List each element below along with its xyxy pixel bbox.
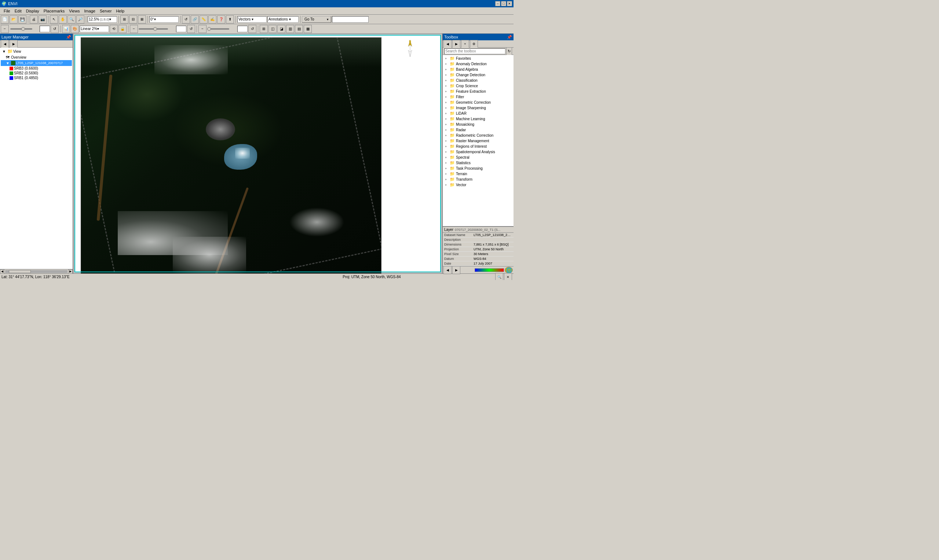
tool-transform[interactable]: + 📁 Transform [444, 177, 513, 182]
scroll-right[interactable]: ▶ [68, 269, 72, 274]
tool-radar[interactable]: + 📁 Radar [444, 127, 513, 133]
band-srb3[interactable]: SRB3 (0.6600) [1, 66, 72, 71]
refresh-button[interactable]: ↺ [182, 15, 190, 23]
toolbox-new[interactable]: + [461, 40, 469, 48]
tool-task-processing[interactable]: + 📁 Task Processing [444, 166, 513, 171]
tool-spectral[interactable]: + 📁 Spectral [444, 155, 513, 160]
zoom-out-tool[interactable]: 🔎 [76, 15, 84, 23]
toolbox-pin[interactable]: 📌 [507, 35, 512, 40]
toolbox-collapse[interactable]: ◀ [444, 40, 452, 48]
globe-icon-btn[interactable]: 🌐 [505, 267, 513, 274]
zoom-in-tool[interactable]: 🔍 [68, 15, 76, 23]
zoom-combo[interactable]: 12.5% (1:8.0) ▾ [88, 16, 117, 23]
tool-band-algebra[interactable]: + 📁 Band Algebra [444, 67, 513, 72]
minimize-button[interactable]: – [495, 1, 500, 6]
display-mode-6[interactable]: ▦ [304, 25, 312, 33]
tool-terrain[interactable]: + 📁 Terrain [444, 171, 513, 177]
rotation-combo[interactable]: 0° ▾ [149, 16, 179, 23]
histogram-btn[interactable]: 📊 [62, 25, 70, 33]
menu-image[interactable]: Image [82, 8, 97, 14]
maximize-button[interactable]: □ [501, 1, 506, 6]
tool-favorites[interactable]: + 📁 Favorites [444, 56, 513, 61]
status-close-btn[interactable]: ✕ [504, 273, 512, 280]
goto-button[interactable]: Go To ▾ [302, 16, 331, 23]
export-button[interactable]: ⬆ [226, 15, 234, 23]
lock-stretch-btn[interactable]: 🔒 [119, 25, 126, 33]
zoom-layer[interactable]: ⊟ [129, 15, 137, 23]
transparency-slider[interactable] [207, 28, 237, 30]
menu-edit[interactable]: Edit [12, 8, 24, 14]
close-button[interactable]: ✕ [507, 1, 512, 6]
tool-crop-science[interactable]: + 📁 Crop Science [444, 83, 513, 89]
contrast-slider[interactable] [139, 28, 175, 30]
annotation-button[interactable]: ✍ [208, 15, 216, 23]
tool-geometric[interactable]: + 📁 Geometric Correction [444, 100, 513, 105]
toolbox-search-refresh[interactable]: ↻ [506, 47, 512, 55]
display-mode-1[interactable]: ⊞ [260, 25, 268, 33]
menu-views[interactable]: Views [67, 8, 82, 14]
tool-raster-mgmt[interactable]: + 📁 Raster Management [444, 138, 513, 144]
layer-manager-pin[interactable]: 📌 [66, 35, 71, 40]
zoom-full[interactable]: ⊠ [138, 15, 146, 23]
goto-input[interactable] [332, 16, 369, 23]
transparency-refresh[interactable]: ↺ [248, 25, 256, 33]
band-srb1[interactable]: SRB1 (0.4850) [1, 75, 72, 80]
contrast-refresh[interactable]: ↺ [187, 25, 195, 33]
brightness-slider[interactable] [9, 28, 39, 30]
display-mode-5[interactable]: ▤ [295, 25, 303, 33]
tool-spatiotemporal[interactable]: + 📁 Spatiotemporal Analysis [444, 149, 513, 155]
tool-radiometric[interactable]: + 📁 Radiometric Correction [444, 133, 513, 138]
brightness-refresh[interactable]: ↺ [51, 25, 59, 33]
minus-transparency[interactable]: − [199, 25, 207, 33]
display-mode-3[interactable]: ◪ [277, 25, 285, 33]
tool-vector[interactable]: + 📁 Vector [444, 182, 513, 188]
tool-roi[interactable]: + 📁 Regions of Interest [444, 144, 513, 149]
tool-image-sharpening[interactable]: + 📁 Image Sharpening [444, 105, 513, 111]
zoom-extent[interactable]: ⊞ [120, 15, 128, 23]
scroll-thumb[interactable] [9, 270, 31, 273]
screenshot-button[interactable]: 📷 [39, 15, 46, 23]
minus-contrast[interactable]: − [130, 25, 138, 33]
layer-scrollbar-h[interactable]: ◀ ▶ [0, 269, 72, 274]
toolbox-settings[interactable]: ⚙ [470, 40, 478, 48]
tool-mosaicking[interactable]: + 📁 Mosaicking [444, 122, 513, 127]
color-balance-btn[interactable]: 🎨 [71, 25, 79, 33]
layer-view-folder[interactable]: ▼ 📁 View [1, 48, 72, 54]
tool-statistics[interactable]: + 📁 Statistics [444, 160, 513, 166]
pan-tool[interactable]: ✋ [59, 15, 67, 23]
menu-display[interactable]: Display [24, 8, 42, 14]
auto-stretch-btn[interactable]: ⟲ [109, 25, 118, 33]
tool-classification[interactable]: + 📁 Classification [444, 78, 513, 83]
toolbox-expand[interactable]: ▶ [452, 40, 460, 48]
layer-expand-all[interactable]: ▶ [9, 40, 18, 48]
layer-overview[interactable]: 🗺 Overview [1, 54, 72, 60]
transparency-input[interactable]: 0 [237, 26, 248, 32]
minus-brightness[interactable]: − [1, 25, 9, 33]
save-button[interactable]: 💾 [19, 15, 26, 23]
new-button[interactable]: 📄 [1, 15, 9, 23]
pointer-tool[interactable]: ↖ [50, 15, 58, 23]
annotations-combo[interactable]: Annotations ▾ [267, 16, 299, 23]
menu-placemarks[interactable]: Placemarks [42, 8, 67, 14]
toolbox-bottom-btn2[interactable]: ▶ [452, 266, 460, 274]
contrast-input[interactable]: 10 [176, 26, 187, 32]
menu-help[interactable]: Help [114, 8, 126, 14]
link-button[interactable]: 🔗 [191, 15, 199, 23]
tool-feature-extraction[interactable]: + 📁 Feature Extraction [444, 89, 513, 94]
layer-collapse-all[interactable]: ◀ [1, 40, 9, 48]
tool-filter[interactable]: + 📁 Filter [444, 94, 513, 100]
scroll-track[interactable] [5, 270, 68, 273]
menu-server[interactable]: Server [97, 8, 114, 14]
measure-button[interactable]: 📏 [199, 15, 208, 23]
stretch-combo[interactable]: Linear 2% ▾ [80, 26, 109, 32]
tool-machine-learning[interactable]: + 📁 Machine Learning [444, 116, 513, 122]
print-button[interactable]: 🖨 [30, 15, 38, 23]
band-srb2[interactable]: SRB2 (0.5690) [1, 71, 72, 75]
status-zoom-btn[interactable]: 🔍 [495, 273, 503, 280]
toolbox-bottom-btn1[interactable]: ◀ [444, 266, 452, 274]
toolbox-search-input[interactable] [444, 48, 506, 54]
open-button[interactable]: 📂 [9, 15, 18, 23]
display-mode-4[interactable]: ▥ [286, 25, 294, 33]
tool-change-detection[interactable]: + 📁 Change Detection [444, 72, 513, 78]
vectors-combo[interactable]: Vectors ▾ [237, 16, 267, 23]
